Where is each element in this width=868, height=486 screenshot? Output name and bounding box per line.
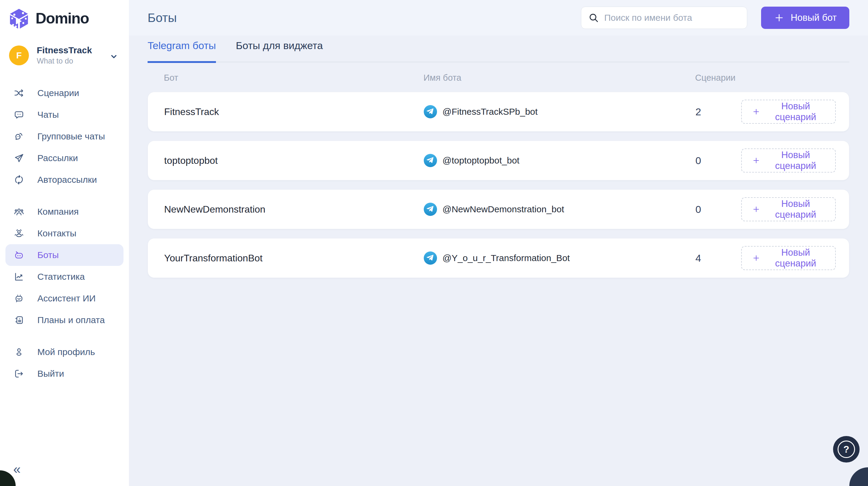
sidebar-item-label: Выйти bbox=[37, 368, 64, 379]
sidebar: Domino F FitnessTrack What to do Сценари… bbox=[0, 0, 129, 486]
new-scenario-button[interactable]: Новый сценарий bbox=[741, 246, 836, 270]
scenario-count: 0 bbox=[688, 155, 741, 166]
robot-icon bbox=[14, 250, 24, 260]
logout-icon bbox=[14, 368, 24, 379]
search-icon bbox=[589, 13, 599, 23]
sidebar-item-bots[interactable]: Боты bbox=[5, 244, 123, 266]
plus-icon bbox=[774, 12, 784, 23]
bot-row[interactable]: FitnessTrack @FitnessTrackSPb_bot 2 Новы… bbox=[148, 92, 849, 132]
bot-handle: @Y_o_u_r_Transformation_Bot bbox=[442, 253, 570, 263]
page-title: Боты bbox=[148, 11, 177, 25]
new-bot-button[interactable]: Новый бот bbox=[761, 7, 849, 29]
question-mark-icon: ? bbox=[838, 441, 855, 458]
new-scenario-button[interactable]: Новый сценарий bbox=[741, 197, 836, 221]
brand-logo[interactable]: Domino bbox=[0, 0, 129, 30]
bot-row[interactable]: YourTransformationBot @Y_o_u_r_Transform… bbox=[148, 238, 849, 278]
new-bot-button-label: Новый бот bbox=[790, 12, 837, 23]
bot-name: FitnessTrack bbox=[164, 106, 424, 118]
ai-assistant-icon bbox=[14, 293, 24, 303]
telegram-icon bbox=[424, 252, 437, 265]
user-icon bbox=[14, 347, 24, 357]
sidebar-item-plans-billing[interactable]: Планы и оплата bbox=[5, 309, 123, 331]
column-header-bot: Бот bbox=[164, 73, 424, 83]
bot-handle: @NewNewDemonstration_bot bbox=[442, 204, 564, 215]
search-input[interactable] bbox=[604, 13, 740, 23]
workspace-selector[interactable]: F FitnessTrack What to do bbox=[0, 45, 129, 65]
bot-name: toptoptopbot bbox=[164, 155, 424, 166]
new-scenario-button[interactable]: Новый сценарий bbox=[741, 149, 836, 172]
sidebar-item-label: Групповые чаты bbox=[37, 131, 105, 141]
scenario-count: 2 bbox=[688, 106, 741, 118]
company-people-icon bbox=[14, 206, 24, 217]
bot-handle: @FitnessTrackSPb_bot bbox=[442, 106, 537, 117]
repeat-loop-icon bbox=[14, 175, 24, 185]
sidebar-item-label: Рассылки bbox=[37, 153, 78, 163]
chat-icon bbox=[14, 109, 24, 120]
workspace-name: FitnessTrack bbox=[37, 45, 92, 56]
column-header-bot-name: Имя бота bbox=[424, 73, 687, 83]
domino-logo-icon bbox=[8, 7, 30, 30]
help-button[interactable]: ? bbox=[833, 436, 860, 462]
sidebar-menu: Сценарии Чаты bbox=[0, 82, 129, 385]
bot-search bbox=[581, 7, 747, 29]
tab-telegram-bots[interactable]: Telegram боты bbox=[148, 40, 216, 63]
sidebar-spacer bbox=[0, 385, 129, 462]
bot-row[interactable]: toptoptopbot @toptoptopbot_bot 0 Новый с… bbox=[148, 141, 849, 181]
sidebar-item-label: Сценарии bbox=[37, 88, 79, 98]
sidebar-item-scenarios[interactable]: Сценарии bbox=[5, 82, 123, 104]
help-button-label: ? bbox=[843, 444, 849, 455]
paper-plane-icon bbox=[14, 153, 24, 163]
telegram-icon bbox=[424, 105, 437, 118]
page-header: Боты Новый бот bbox=[129, 0, 868, 35]
telegram-icon bbox=[424, 203, 437, 216]
new-scenario-label: Новый сценарий bbox=[766, 247, 825, 269]
shuffle-icon bbox=[14, 88, 24, 98]
sidebar-collapse-button[interactable]: « bbox=[0, 462, 129, 486]
sidebar-item-chats[interactable]: Чаты bbox=[5, 104, 123, 126]
scenario-count: 4 bbox=[688, 252, 741, 264]
new-scenario-label: Новый сценарий bbox=[766, 150, 825, 171]
sidebar-item-label: Планы и оплата bbox=[37, 315, 105, 325]
sidebar-item-broadcasts[interactable]: Рассылки bbox=[5, 147, 123, 169]
sidebar-item-ai-assistant[interactable]: Ассистент ИИ bbox=[5, 288, 123, 309]
sidebar-item-contacts[interactable]: Контакты bbox=[5, 223, 123, 244]
bot-name: NewNewDemonstration bbox=[164, 204, 424, 215]
main-content: Боты Новый бот Telegram боты Боты для ви… bbox=[129, 0, 868, 486]
table-header: Бот Имя бота Сценарии bbox=[148, 73, 849, 83]
chevron-down-icon bbox=[110, 53, 118, 61]
workspace-subtitle: What to do bbox=[37, 57, 92, 65]
sidebar-item-statistics[interactable]: Статистика bbox=[5, 266, 123, 288]
workspace-avatar: F bbox=[9, 45, 29, 65]
app-root: Domino F FitnessTrack What to do Сценари… bbox=[0, 0, 868, 486]
sidebar-item-label: Компания bbox=[37, 206, 79, 217]
new-scenario-button[interactable]: Новый сценарий bbox=[741, 100, 836, 124]
bot-name: YourTransformationBot bbox=[164, 253, 424, 264]
plus-icon bbox=[752, 106, 760, 117]
sidebar-item-label: Контакты bbox=[37, 228, 76, 238]
plus-icon bbox=[752, 204, 760, 215]
sidebar-item-label: Ассистент ИИ bbox=[37, 293, 96, 303]
sidebar-item-group-chats[interactable]: Групповые чаты bbox=[5, 126, 123, 147]
bot-handle: @toptoptopbot_bot bbox=[442, 155, 520, 166]
sidebar-item-label: Мой профиль bbox=[37, 347, 95, 357]
sidebar-item-my-profile[interactable]: Мой профиль bbox=[5, 341, 123, 363]
bot-row[interactable]: NewNewDemonstration @NewNewDemonstration… bbox=[148, 189, 849, 229]
sidebar-item-auto-broadcasts[interactable]: Авторассылки bbox=[5, 169, 123, 191]
sidebar-item-label: Авторассылки bbox=[37, 175, 97, 185]
sidebar-item-company[interactable]: Компания bbox=[5, 201, 123, 223]
group-chat-icon bbox=[14, 131, 24, 141]
billing-card-icon bbox=[14, 315, 24, 325]
new-scenario-label: Новый сценарий bbox=[766, 101, 825, 123]
new-scenario-label: Новый сценарий bbox=[766, 198, 825, 220]
brand-name: Domino bbox=[35, 10, 89, 27]
sidebar-item-label: Боты bbox=[37, 250, 59, 260]
stats-chart-icon bbox=[14, 271, 24, 282]
sidebar-item-logout[interactable]: Выйти bbox=[5, 363, 123, 385]
plus-icon bbox=[752, 253, 760, 263]
tab-widget-bots[interactable]: Боты для виджета bbox=[236, 40, 323, 63]
telegram-icon bbox=[424, 154, 437, 167]
scenario-count: 0 bbox=[688, 203, 741, 215]
column-header-scenarios: Сценарии bbox=[687, 73, 741, 83]
sidebar-item-label: Чаты bbox=[37, 109, 59, 120]
plus-icon bbox=[752, 155, 760, 166]
